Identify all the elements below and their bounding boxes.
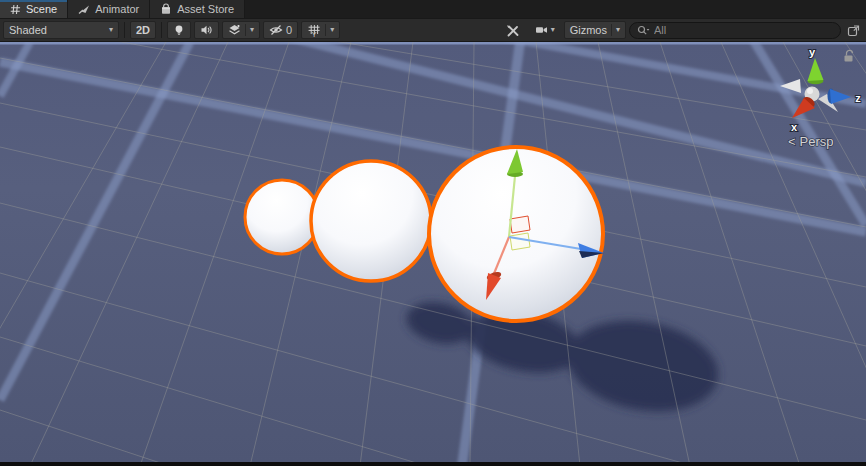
tab-label: Asset Store	[177, 3, 234, 15]
scene-visibility-button[interactable]: 0	[263, 21, 298, 39]
scene-camera-button[interactable]: ▾	[529, 21, 561, 39]
search-icon	[637, 25, 650, 36]
shopping-bag-icon	[160, 3, 172, 15]
tab-animator[interactable]: Animator	[68, 0, 150, 18]
tab-label: Scene	[26, 3, 57, 15]
axis-z-label: z	[855, 92, 861, 104]
speaker-icon	[200, 24, 213, 36]
scene-audio-button[interactable]	[194, 21, 219, 39]
search-input[interactable]	[654, 24, 833, 36]
axis-y-label: y	[809, 46, 816, 58]
sphere-object[interactable]	[311, 161, 431, 281]
move-gizmo-plane-xz[interactable]	[510, 233, 530, 250]
projection-mode-label[interactable]: <Persp	[788, 134, 834, 149]
component-tools-button[interactable]	[500, 21, 526, 39]
gizmos-dropdown[interactable]: Gizmos ▾	[564, 21, 626, 39]
tab-scene[interactable]: Scene	[0, 0, 68, 18]
hidden-objects-count: 0	[286, 24, 292, 36]
2d-toggle-button[interactable]: 2D	[130, 21, 156, 39]
button-divider	[325, 24, 326, 36]
toolbar-divider	[161, 22, 162, 38]
tab-asset-store[interactable]: Asset Store	[150, 0, 245, 18]
gizmos-label: Gizmos	[570, 24, 607, 36]
scene-toolbar: Shaded ▾ 2D	[0, 18, 866, 42]
grid-visibility-button[interactable]: Y ▾	[301, 21, 340, 39]
pop-out-icon	[847, 24, 860, 37]
unity-editor-window: Scene Animator Asset Store	[0, 0, 866, 466]
button-divider	[611, 24, 612, 36]
toolbar-divider	[124, 22, 125, 38]
maximize-window-button[interactable]	[844, 21, 863, 39]
chevron-down-icon[interactable]: ▾	[551, 26, 555, 34]
chevron-down-icon[interactable]: ▾	[330, 26, 334, 34]
animator-icon	[78, 4, 90, 15]
chevron-down-icon[interactable]: ▾	[616, 26, 620, 34]
sphere-object[interactable]	[245, 180, 319, 254]
tab-bar: Scene Animator Asset Store	[0, 0, 866, 18]
wrench-screwdriver-icon	[506, 24, 520, 37]
effects-layers-icon	[228, 24, 241, 36]
video-camera-icon	[535, 24, 548, 36]
axis-center-highlight	[807, 88, 813, 94]
scene-viewport[interactable]: y z x <Persp	[0, 42, 866, 462]
button-divider	[245, 24, 246, 36]
chevron-down-icon[interactable]: ▾	[250, 26, 254, 34]
eye-off-icon	[269, 24, 283, 36]
window-bottom-edge	[0, 462, 866, 466]
light-bulb-icon	[173, 24, 185, 37]
scene-effects-button[interactable]: ▾	[222, 21, 260, 39]
2d-label: 2D	[136, 24, 150, 36]
scene-search-field[interactable]	[629, 22, 841, 39]
draw-mode-dropdown[interactable]: Shaded ▾	[3, 21, 119, 39]
svg-text:Y: Y	[312, 30, 317, 37]
scene-grid-icon	[10, 4, 21, 15]
move-gizmo-plane-xy[interactable]	[510, 216, 530, 233]
chevron-down-icon: ▾	[109, 26, 113, 34]
tab-label: Animator	[95, 3, 139, 15]
axis-x-label: x	[791, 121, 798, 133]
grid-axis-icon: Y	[307, 24, 321, 37]
tab-bar-empty	[245, 0, 866, 18]
draw-mode-label: Shaded	[9, 24, 47, 36]
scene-lighting-button[interactable]	[167, 21, 191, 39]
